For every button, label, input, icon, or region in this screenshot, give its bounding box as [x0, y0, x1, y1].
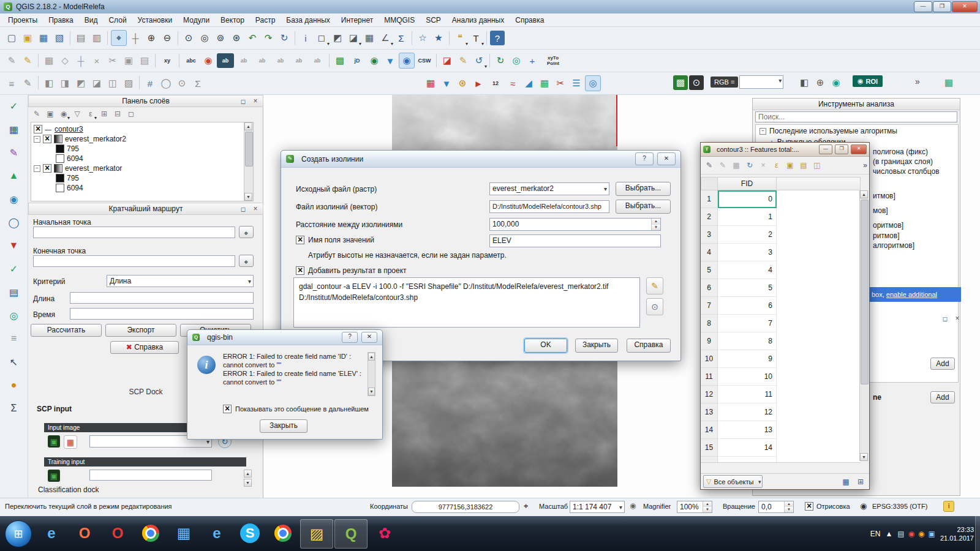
- scp-scroll-up-icon[interactable]: [244, 470, 252, 478]
- minimize-button[interactable]: [914, 1, 932, 12]
- maximize-button[interactable]: [835, 144, 848, 154]
- new-project-icon[interactable]: ▢: [4, 31, 19, 45]
- strip-digitize-icon[interactable]: ✎: [7, 145, 21, 160]
- chart-icon[interactable]: ◢: [521, 76, 536, 91]
- algorithm-item-truncated[interactable]: мов]: [873, 206, 888, 215]
- field-name-checkbox[interactable]: [296, 236, 304, 244]
- row-number-cell[interactable]: 3: [701, 226, 718, 244]
- row-number-cell[interactable]: 15: [701, 439, 718, 457]
- pencil-gray-icon[interactable]: ✎: [20, 76, 35, 91]
- measure-icon[interactable]: ∠: [378, 31, 393, 45]
- toolbar-separator[interactable]: [139, 76, 140, 89]
- globe-teal-icon[interactable]: ◎: [509, 53, 524, 68]
- magnifier-spin[interactable]: 100%▲▼: [677, 501, 712, 513]
- log-messages-icon[interactable]: i: [943, 501, 954, 512]
- strip-circle-icon[interactable]: ◯: [7, 215, 21, 230]
- row-number-cell[interactable]: 1: [701, 190, 718, 208]
- scroll-down-icon[interactable]: [368, 388, 375, 395]
- row-number-cell[interactable]: 5: [701, 261, 718, 279]
- algorithm-item-truncated[interactable]: итмов]: [873, 192, 895, 200]
- geom-intersect-icon[interactable]: ◨: [58, 76, 72, 91]
- coordinates-input[interactable]: 9777156,3183622: [412, 501, 519, 513]
- zoom-last-icon[interactable]: ↶: [245, 31, 260, 45]
- table-row[interactable]: 1 0: [701, 190, 861, 208]
- move-feature-icon[interactable]: ┼: [74, 53, 88, 68]
- label-props-icon[interactable]: ab: [309, 53, 326, 68]
- pencil-yellow-icon[interactable]: ✎: [456, 53, 470, 68]
- interval-spinbox[interactable]: 100,000 ▲▼: [489, 218, 661, 231]
- row-number-cell[interactable]: 6: [701, 279, 718, 297]
- composer-manager-icon[interactable]: ▥: [89, 31, 104, 45]
- crs-globe-icon[interactable]: ◉: [860, 501, 867, 511]
- calculate-button[interactable]: Рассчитать: [31, 324, 102, 337]
- show-message-checkbox[interactable]: [223, 405, 232, 413]
- zoom-to-layer-icon[interactable]: ⊛: [229, 31, 244, 45]
- float-panel-icon[interactable]: [238, 204, 248, 214]
- roi-button[interactable]: ◉ ROI: [853, 75, 883, 87]
- start-point-input[interactable]: [33, 227, 235, 238]
- table-row[interactable]: 13 12: [701, 403, 861, 421]
- new-bookmark-icon[interactable]: ★: [431, 31, 446, 45]
- undo-redo-icon[interactable]: ↺: [472, 53, 486, 68]
- menu-item[interactable]: Вектор: [215, 15, 250, 26]
- zoom-out-icon[interactable]: ⊖: [160, 31, 175, 45]
- fid-cell[interactable]: 5: [718, 279, 777, 297]
- select-all-icon[interactable]: ▣: [784, 159, 796, 171]
- algorithm-item-truncated[interactable]: алгоритмов]: [873, 241, 914, 250]
- menu-item[interactable]: Интернет: [336, 15, 379, 26]
- download-blue-icon[interactable]: ▼: [439, 76, 454, 91]
- row-number-cell[interactable]: 11: [701, 368, 718, 386]
- selected-option-row[interactable]: box, enable additional: [869, 287, 961, 302]
- strip-polygon-icon[interactable]: ▲: [7, 168, 21, 183]
- taskbar-explorer-icon[interactable]: ▨: [300, 519, 333, 549]
- add-to-project-row[interactable]: Добавить результат в проект: [296, 266, 407, 275]
- scroll-thumb[interactable]: [861, 200, 869, 384]
- taskbar-clock[interactable]: 23:33 21.01.2017: [940, 525, 974, 542]
- xyto-point-icon[interactable]: xyTo Point: [541, 53, 565, 68]
- toolbar-separator[interactable]: [178, 31, 178, 45]
- expander-icon[interactable]: −: [760, 128, 766, 135]
- multiedit-icon[interactable]: ✎: [717, 159, 729, 171]
- import-arrow-icon[interactable]: ►: [471, 76, 486, 91]
- histogram-icon[interactable]: ◉: [829, 75, 843, 90]
- taskbar-opera-orange-icon[interactable]: O: [69, 519, 100, 547]
- criterion-combo[interactable]: Длина: [107, 275, 254, 287]
- table-row[interactable]: 11 10: [701, 368, 861, 386]
- training-input-field[interactable]: [89, 470, 212, 481]
- zoom-native-icon[interactable]: ⊙: [181, 31, 196, 45]
- show-desktop-button[interactable]: [975, 516, 980, 551]
- layer-checkbox[interactable]: [34, 125, 42, 133]
- zoom-stretch-icon[interactable]: ⊕: [813, 75, 827, 90]
- browse-source-button[interactable]: Выбрать...: [616, 182, 671, 196]
- taskbar-chrome2-icon[interactable]: [267, 519, 299, 547]
- feature-filter-button[interactable]: Все объекты: [703, 475, 763, 488]
- table-row[interactable]: 14 13: [701, 421, 861, 439]
- layers-scrollbar[interactable]: [244, 122, 253, 201]
- sigma2-icon[interactable]: Σ: [190, 76, 205, 91]
- layers-green-icon[interactable]: ▦: [537, 76, 552, 91]
- algorithm-item-truncated[interactable]: оритмов]: [873, 221, 903, 230]
- strip-cursor-icon[interactable]: ↖: [7, 354, 21, 369]
- toggle-editing-icon[interactable]: ✎: [20, 53, 35, 68]
- strip-select-v-icon[interactable]: ✓: [7, 99, 21, 113]
- geom-buffer-icon[interactable]: ◫: [105, 76, 120, 91]
- expand-all-icon[interactable]: ⊞: [99, 108, 110, 119]
- taskbar-paint-icon[interactable]: ✿: [369, 519, 401, 547]
- export-button[interactable]: Экспорт: [105, 324, 176, 337]
- layer-item-everest-merkator2[interactable]: − everest_merkator2: [31, 134, 253, 144]
- geom-union-icon[interactable]: ◧: [42, 76, 56, 91]
- raster-stretch-icon[interactable]: ◧: [797, 75, 812, 90]
- fid-column-header[interactable]: FID: [718, 177, 777, 190]
- taskbar-qgis-icon[interactable]: Q: [334, 519, 368, 549]
- db-import-icon[interactable]: ▼: [383, 53, 398, 68]
- time-input[interactable]: [70, 308, 254, 320]
- length-input[interactable]: [70, 292, 254, 304]
- scroll-up-icon[interactable]: [368, 353, 375, 361]
- float-panel-icon[interactable]: [940, 314, 950, 324]
- language-indicator[interactable]: EN: [870, 530, 881, 538]
- point-plus-icon[interactable]: +: [525, 53, 540, 68]
- paste-features-icon[interactable]: ▤: [137, 53, 152, 68]
- strip-sigma-icon[interactable]: Σ: [7, 401, 21, 416]
- field-name-input[interactable]: ELEV: [489, 234, 661, 247]
- filter-expression-icon[interactable]: ε: [85, 108, 96, 119]
